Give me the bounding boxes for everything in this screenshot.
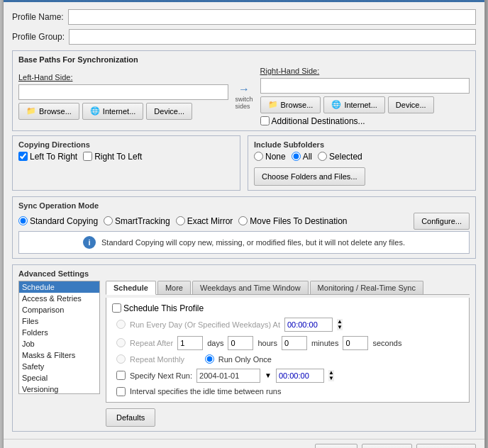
adv-item-schedule[interactable]: Schedule — [19, 281, 99, 293]
all-option[interactable]: All — [292, 152, 312, 162]
left-browse-button[interactable]: 📁 Browse... — [18, 103, 79, 120]
none-label: None — [265, 152, 286, 162]
advanced-inner: Schedule Access & Retries Comparison Fil… — [18, 281, 470, 427]
advanced-list[interactable]: Schedule Access & Retries Comparison Fil… — [18, 281, 100, 394]
include-subfolders-title: Include Subfolders — [254, 140, 470, 149]
exact-mirror-label: Exact Mirror — [187, 216, 233, 226]
profile-settings-window: Profile Settings ✕ Profile Name: Profile… — [3, 0, 485, 448]
adv-item-versioning[interactable]: Versioning — [19, 383, 99, 394]
time-spinner-down[interactable]: ▼ — [337, 325, 343, 330]
adv-item-folders[interactable]: Folders — [19, 327, 99, 338]
profile-group-row: Profile Group: — [12, 29, 476, 45]
additional-dest-checkbox[interactable] — [260, 116, 270, 125]
right-path-input[interactable] — [260, 78, 470, 94]
next-run-date-input[interactable] — [196, 369, 260, 383]
standard-copying-option[interactable]: Standard Copying — [18, 216, 98, 226]
seconds-label: seconds — [372, 339, 401, 347]
seconds-input[interactable] — [343, 336, 368, 350]
right-to-left-checkbox[interactable] — [83, 152, 92, 161]
minutes-input[interactable] — [282, 336, 307, 350]
profile-group-input[interactable] — [69, 29, 476, 45]
choose-folders-button[interactable]: Choose Folders and Files... — [254, 167, 365, 186]
adv-defaults-button[interactable]: Defaults — [106, 408, 155, 427]
run-every-day-label: Run Every Day (Or Specified Weekdays) At — [130, 320, 280, 329]
switch-sides-button[interactable]: → switchsides — [233, 83, 256, 110]
tab-more[interactable]: More — [157, 281, 191, 294]
paths-row: Left-Hand Side: 📁 Browse... 🌐 Internet..… — [18, 67, 470, 126]
cancel-button[interactable]: Cancel — [362, 444, 412, 449]
ok-button[interactable]: OK — [315, 444, 357, 449]
device-label: Device... — [154, 107, 184, 116]
advanced-settings-section: Advanced Settings Schedule Access & Retr… — [12, 264, 476, 432]
tab-weekdays[interactable]: Weekdays and Time Window — [192, 281, 309, 294]
repeat-monthly-radio[interactable] — [116, 354, 126, 364]
tab-schedule[interactable]: Schedule — [106, 281, 156, 295]
standard-copying-radio[interactable] — [18, 216, 28, 225]
sync-mode-info-text: Standard Copying will copy new, missing,… — [101, 238, 405, 247]
none-option[interactable]: None — [254, 152, 286, 162]
run-every-day-radio[interactable] — [116, 320, 126, 329]
switch-label: switchsides — [235, 96, 253, 110]
additional-dest-row[interactable]: Additional Destinations... — [260, 116, 470, 126]
adv-item-files[interactable]: Files — [19, 315, 99, 327]
profile-name-input[interactable] — [68, 9, 476, 25]
repeat-after-label: Repeat After — [130, 339, 173, 347]
run-every-day-row: Run Every Day (Or Specified Weekdays) At… — [112, 318, 463, 332]
specify-next-run-row: Specify Next Run: ▼ ▲ ▼ — [112, 369, 463, 383]
left-path-buttons: 📁 Browse... 🌐 Internet... Device... — [18, 103, 228, 120]
selected-option[interactable]: Selected — [318, 152, 362, 162]
exact-mirror-radio[interactable] — [176, 216, 185, 225]
right-side-label: Right-Hand Side: — [260, 67, 470, 75]
all-radio[interactable] — [292, 152, 301, 161]
selected-radio[interactable] — [318, 152, 327, 161]
right-device-button[interactable]: Device... — [388, 96, 434, 113]
right-browse-button[interactable]: 📁 Browse... — [260, 96, 321, 113]
tab-monitoring[interactable]: Monitoring / Real-Time Sync — [310, 281, 423, 294]
save-as-button[interactable]: Save As... — [416, 444, 476, 449]
left-to-right-checkbox[interactable] — [18, 152, 28, 161]
smart-tracking-label: SmartTracking — [115, 216, 170, 226]
left-internet-button[interactable]: 🌐 Internet... — [82, 103, 143, 120]
none-radio[interactable] — [254, 152, 263, 161]
directions-subfolders-row: Copying Directions Left To Right Right T… — [12, 135, 476, 191]
run-only-once-radio[interactable] — [205, 354, 214, 364]
exact-mirror-option[interactable]: Exact Mirror — [176, 216, 233, 226]
left-to-right-label: Left To Right — [30, 152, 77, 162]
advanced-settings-title: Advanced Settings — [18, 269, 470, 278]
move-files-radio[interactable] — [238, 216, 248, 225]
interval-checkbox[interactable] — [116, 387, 126, 396]
move-files-option[interactable]: Move Files To Destination — [238, 216, 347, 226]
right-to-left-option[interactable]: Right To Left — [83, 152, 142, 162]
configure-button[interactable]: Configure... — [414, 213, 470, 230]
copying-directions-section: Copying Directions Left To Right Right T… — [12, 135, 240, 191]
next-run-spinner-down[interactable]: ▼ — [328, 376, 334, 381]
next-run-time-input[interactable] — [276, 369, 324, 383]
right-device-label: Device... — [396, 101, 426, 109]
left-to-right-option[interactable]: Left To Right — [18, 152, 77, 162]
main-content: Profile Name: Profile Group: Base Paths … — [4, 2, 484, 439]
adv-item-special[interactable]: Special — [19, 372, 99, 383]
hours-input[interactable] — [228, 336, 253, 350]
adv-item-masks[interactable]: Masks & Filters — [19, 349, 99, 361]
left-device-button[interactable]: Device... — [146, 103, 192, 120]
specify-next-run-checkbox[interactable] — [116, 371, 126, 380]
copying-directions-options: Left To Right Right To Left — [18, 152, 234, 162]
sync-mode-info: i Standard Copying will copy new, missin… — [18, 231, 470, 254]
adv-item-safety[interactable]: Safety — [19, 361, 99, 372]
smart-tracking-radio[interactable] — [104, 216, 113, 225]
smart-tracking-option[interactable]: SmartTracking — [104, 216, 170, 226]
run-at-time-input[interactable] — [284, 318, 333, 332]
days-input[interactable] — [177, 336, 203, 350]
right-internet-button[interactable]: 🌐 Internet... — [323, 96, 384, 113]
repeat-after-radio[interactable] — [116, 338, 126, 347]
schedule-profile-checkbox[interactable] — [112, 303, 121, 313]
adv-item-job[interactable]: Job — [19, 338, 99, 349]
left-side-label: Left-Hand Side: — [18, 73, 228, 82]
left-path-input[interactable] — [18, 84, 228, 100]
date-dropdown-icon[interactable]: ▼ — [265, 371, 272, 379]
all-label: All — [303, 152, 312, 162]
selected-label: Selected — [329, 152, 362, 162]
adv-item-access[interactable]: Access & Retries — [19, 293, 99, 304]
schedule-this-profile-row[interactable]: Schedule This Profile — [112, 303, 463, 313]
adv-item-comparison[interactable]: Comparison — [19, 304, 99, 315]
